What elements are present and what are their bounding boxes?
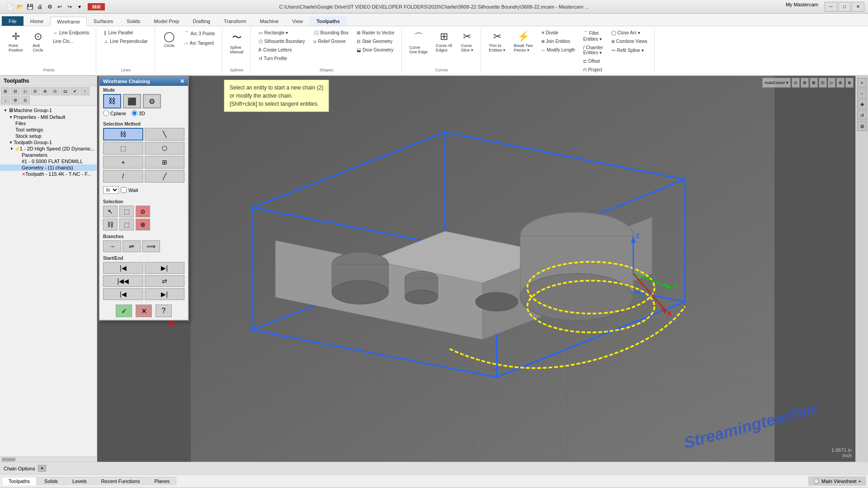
tab-model-prep[interactable]: Model Prep [147,16,186,26]
relief-groove-btn[interactable]: ∪ Relief Groove [310,38,352,45]
undo-btn[interactable]: ↩ [55,2,64,11]
point-position-btn[interactable]: ✛ PointPosition [5,29,26,54]
line-perpendicular-btn[interactable]: ⊥ Line Perpendicular [101,38,151,45]
viewport[interactable]: Z Y X Select an entity to start a new ch… [97,76,868,462]
offset-btn[interactable]: ⊏ Offset [580,57,606,65]
view-btn-6[interactable]: ⊗ [845,78,854,88]
silhouette-boundary-btn[interactable]: ⬡ Silhouette Boundary [255,38,308,45]
raster-to-vector-btn[interactable]: ⊞ Raster to Vector [354,29,398,37]
zoom-out-btn[interactable]: − [857,89,867,99]
sel-add-btn[interactable]: + [103,156,143,169]
tree-item-toolpath-group[interactable]: ▼ Toolpath Group-1 [0,139,97,145]
tree-item-parameters[interactable]: Parameters [0,152,97,158]
sel-chain-btn[interactable]: ⛓ [103,128,143,141]
view-btn-1[interactable]: ⊞ [801,78,809,88]
wait-checkbox[interactable] [121,187,127,193]
sel-window-btn[interactable]: ⬚ [103,142,143,155]
tb-btn-10[interactable]: ↓ [1,96,10,104]
stair-geometry-btn[interactable]: ⊟ Stair Geometry [354,38,398,45]
mode-chain-btn[interactable]: ⛓ [103,94,121,108]
tab-machine[interactable]: Machine [253,16,286,26]
tb-btn-9[interactable]: ↑ [80,87,90,95]
circle-btn[interactable]: ◯ Circle [160,29,179,50]
tree-item-dynamic[interactable]: ▼ ⚡ 1 - 2D High Speed (2D Dynamic... [0,145,97,152]
curve-one-edge-btn[interactable]: ⌒ CurveOne Edge [406,29,431,56]
arc-tangent-btn[interactable]: ⌓ Arc Tangent [181,39,218,47]
arc-3-points-btn[interactable]: ⌒ Arc 3 Points [181,29,218,38]
expand-machine-group[interactable]: ▼ [4,108,7,113]
spline-manual-btn[interactable]: 〜 SplineManual [227,29,247,56]
sel-chain-select-btn[interactable]: ⛓ [103,219,118,230]
join-entities-btn[interactable]: ⊕ Join Entities [538,38,579,45]
main-viewsheet-tab[interactable]: 📋 Main Viewsheet + [808,476,866,486]
tb-btn-6[interactable]: ⊙ [51,87,60,95]
cplane-radio-label[interactable]: Cplane [103,110,126,116]
tab-wireframe[interactable]: Wireframe [50,17,87,26]
tree-item-endmill[interactable]: #1 - 0.5000 FLAT ENDMILL [0,158,97,164]
3d-radio-label[interactable]: 3D [132,110,145,116]
bounding-box-btn[interactable]: ⬜ Bounding Box [310,29,352,37]
se-start-btn[interactable]: |◀ [103,262,143,274]
tree-item-stock-setup[interactable]: Stock setup [0,133,97,139]
divide-btn[interactable]: ✕ Divide [538,29,579,37]
view-btn-2[interactable]: ⊠ [810,78,818,88]
tab-toolpaths-bottom[interactable]: Toolpaths [2,477,37,485]
tb-btn-3[interactable]: ▷ [21,87,30,95]
refit-spline-btn[interactable]: 〜 Refit Spline ▾ [608,46,651,55]
rectangle-btn[interactable]: ▭ Rectangle ▾ [255,29,308,37]
tab-levels-bottom[interactable]: Levels [66,477,94,485]
close-button[interactable]: ✕ [852,2,864,12]
tab-home[interactable]: Home [24,16,50,26]
my-mastercam[interactable]: My Mastercam [780,2,824,12]
se-next2-btn[interactable]: ▶| [145,288,185,300]
tb-btn-2[interactable]: ⊟ [11,87,20,95]
expand-properties[interactable]: ▼ [9,115,13,119]
tb-btn-1[interactable]: ⊞ [1,87,10,95]
tb-btn-4[interactable]: ⊘ [31,87,40,95]
view-btn-3[interactable]: ⊡ [819,78,827,88]
tab-toolpaths[interactable]: Toolpaths [310,16,347,26]
print-btn[interactable]: 🖨 [35,2,44,11]
tab-drafting[interactable]: Drafting [186,16,217,26]
cplane-radio[interactable] [103,110,109,116]
line-endpoints-btn[interactable]: ↔ Line Endpoints [50,29,92,37]
line-parallel-btn[interactable]: ∥ Line Parallel [101,29,151,37]
tree-scrollbar-thumb[interactable] [2,458,15,461]
project-btn[interactable]: ⊓ Project [580,66,606,74]
tb-btn-8[interactable]: ✔ [71,87,80,95]
auto-cursor-btn[interactable]: AutoCursor ▾ [762,78,791,88]
more-btn[interactable]: ▾ [75,2,84,11]
zoom-in-btn[interactable]: + [857,78,867,88]
tab-surfaces[interactable]: Surfaces [87,16,120,26]
redo-btn[interactable]: ↪ [65,2,74,11]
tab-file[interactable]: File [2,16,24,26]
minimize-button[interactable]: ─ [825,2,837,12]
dialog-help-btn[interactable]: ? [156,305,172,317]
tree-item-tool-settings[interactable]: Tool settings [0,127,97,133]
rotate-btn[interactable]: ↺ [857,110,867,120]
se-prev2-btn[interactable]: |◀ [103,288,143,300]
fillet-btn[interactable]: ⌒ FilletEntities ▾ [580,29,606,43]
combine-views-btn[interactable]: ⊕ Combine Views [608,38,651,45]
tree-scrollbar[interactable] [0,456,97,462]
close-arc-btn[interactable]: ◯ Close Arc ▾ [608,29,651,37]
tree-item-files[interactable]: Files [0,120,97,127]
curve-slice-btn[interactable]: ✂ CurveSlice ▾ [457,29,477,54]
fit-btn[interactable]: ⊞ [857,121,867,131]
tree-item-machine-group[interactable]: ▼ 🖥 Machine Group-1 [0,107,97,114]
break-two-pieces-btn[interactable]: ⚡ Break TwoPieces ▾ [510,29,536,54]
tab-recent-functions-bottom[interactable]: Recent Functions [94,477,147,485]
view-btn-5[interactable]: ⊕ [836,78,844,88]
open-btn[interactable]: 📂 [15,2,24,11]
modify-length-btn[interactable]: ↔ Modify Length [538,46,579,54]
sel-cursor-btn[interactable]: ↖ [103,206,118,217]
sel-window-btn2[interactable]: ⬚ [119,206,134,217]
maximize-button[interactable]: □ [838,2,851,12]
se-end-btn[interactable]: ▶| [145,262,185,274]
bolt-circle-btn[interactable]: ⊙ BoltCircle [28,29,48,54]
viewsheet-add-icon[interactable]: + [859,479,861,484]
door-geometry-btn[interactable]: ⬓ Door Geometry [354,46,398,54]
mode-solid-btn[interactable]: ⬛ [123,94,141,108]
mode-settings-btn[interactable]: ⚙ [143,94,161,108]
se-prev-btn[interactable]: |◀◀ [103,275,143,287]
